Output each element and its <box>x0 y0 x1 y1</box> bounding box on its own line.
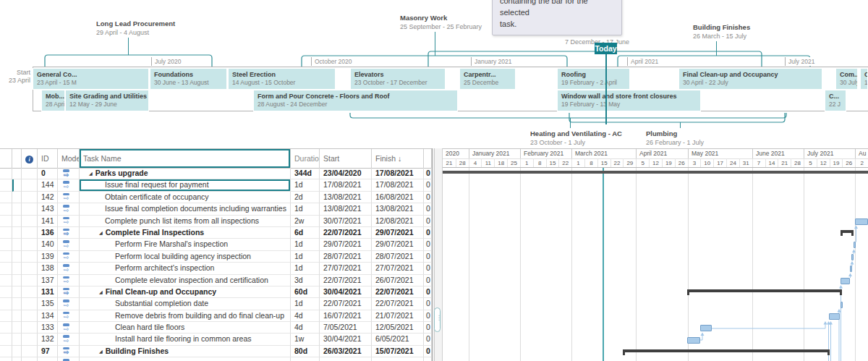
table-row[interactable]: 0⇨◢Parks upgrade344d23/04/202017/08/2021… <box>0 168 432 179</box>
cell-id[interactable] <box>38 357 58 361</box>
cell-dur[interactable]: 3d <box>291 275 320 286</box>
cell-task[interactable]: ◢Building Finishes <box>80 346 291 357</box>
column-header-a[interactable] <box>0 149 12 169</box>
column-header-finish[interactable]: Finish ↓ <box>372 149 424 169</box>
cell-extra[interactable]: 0 <box>424 216 432 227</box>
cell-info[interactable] <box>22 263 38 274</box>
cell-task[interactable]: Remove debris from building and do final… <box>80 310 291 322</box>
cell-start[interactable]: 13/08/2021 <box>320 203 372 215</box>
cell-mode[interactable]: ⇨ <box>58 322 80 334</box>
cell-dur[interactable]: 1d <box>291 239 320 250</box>
table-row[interactable]: ⇨ <box>0 357 432 361</box>
column-header-mode[interactable]: Mode <box>58 149 80 169</box>
timeline-task-bar[interactable]: Foundations30 June - 13 August <box>150 68 227 90</box>
timeline-task-bar[interactable]: Final Clean-up and Occupancy30 April - 2… <box>678 68 822 90</box>
gantt-bar-bar[interactable] <box>700 325 712 331</box>
cell-b[interactable] <box>12 310 22 322</box>
cell-mode[interactable]: ⇨ <box>58 227 80 239</box>
cell-info[interactable] <box>22 275 38 286</box>
cell-a[interactable] <box>0 216 12 227</box>
cell-a[interactable] <box>0 298 12 310</box>
cell-task[interactable]: Issue final completion documents includi… <box>80 203 291 215</box>
timeline-callout[interactable]: Heating and Ventilating - AC23 October -… <box>530 129 622 148</box>
cell-finish[interactable]: 12/08/2021 <box>372 216 424 227</box>
cell-finish[interactable]: 22/07/2021 <box>372 286 424 298</box>
cell-b[interactable] <box>12 192 22 203</box>
timeline-callout[interactable]: Building Finishes26 March - 15 July <box>693 22 750 41</box>
cell-dur[interactable]: 4d <box>291 322 320 334</box>
cell-start[interactable]: 28/07/2021 <box>320 251 372 263</box>
gantt-bar-bar[interactable] <box>841 302 843 308</box>
cell-start[interactable]: 7/05/2021 <box>320 322 372 334</box>
cell-a[interactable] <box>0 203 12 215</box>
cell-mode[interactable]: ⇨ <box>58 168 80 179</box>
cell-task[interactable]: Issue final request for payment <box>80 179 291 191</box>
table-row[interactable]: 141⇨Complete punch list items from all i… <box>0 216 432 227</box>
cell-finish[interactable] <box>372 357 424 361</box>
cell-dur[interactable]: 1d <box>291 298 320 310</box>
cell-b[interactable] <box>12 334 22 345</box>
cell-info[interactable] <box>22 179 38 191</box>
cell-task[interactable]: Substantial completion date <box>80 298 291 310</box>
cell-id[interactable]: 144 <box>38 179 58 191</box>
cell-start[interactable] <box>320 357 372 361</box>
cell-extra[interactable]: 0 <box>424 286 432 298</box>
cell-mode[interactable]: ⇨ <box>58 239 80 250</box>
cell-finish[interactable]: 27/07/2021 <box>372 263 424 274</box>
cell-a[interactable] <box>0 179 12 191</box>
cell-a[interactable] <box>0 239 12 250</box>
cell-task[interactable]: ◢Complete Final Inspections <box>80 227 291 239</box>
cell-info[interactable] <box>22 310 38 322</box>
cell-dur[interactable]: 1d <box>291 179 320 191</box>
timeline-callout[interactable]: Plumbing26 February - 1 July <box>646 129 704 148</box>
cell-a[interactable] <box>0 227 12 239</box>
table-row[interactable]: 139⇨Perform local building agency inspec… <box>0 251 432 263</box>
table-row[interactable]: 142⇨Obtain certificate of occupancy2d13/… <box>0 192 432 203</box>
cell-info[interactable] <box>22 298 38 310</box>
cell-id[interactable]: 138 <box>38 263 58 274</box>
cell-finish[interactable]: 29/07/2021 <box>372 239 424 250</box>
cell-id[interactable]: 133 <box>38 322 58 334</box>
gantt-summary-bar[interactable] <box>687 289 842 292</box>
cell-info[interactable] <box>22 216 38 227</box>
cell-a[interactable] <box>0 322 12 334</box>
cell-info[interactable] <box>22 334 38 345</box>
cell-b[interactable] <box>12 203 22 215</box>
column-header-id[interactable]: ID <box>38 149 58 169</box>
splitter[interactable] <box>432 148 443 361</box>
cell-b[interactable] <box>12 322 22 334</box>
cell-dur[interactable]: 1w <box>291 334 320 345</box>
cell-a[interactable] <box>0 168 12 179</box>
cell-b[interactable] <box>12 251 22 263</box>
cell-dur[interactable]: 2w <box>291 216 320 227</box>
timeline-callout[interactable]: Long Lead Procurement29 April - 4 August <box>96 19 175 38</box>
cell-finish[interactable]: 21/07/2021 <box>372 310 424 322</box>
cell-b[interactable] <box>12 179 22 191</box>
cell-extra[interactable]: 0 <box>424 322 432 334</box>
timeline-callout[interactable]: Masonry Work25 September - 25 February <box>400 13 482 32</box>
cell-id[interactable]: 134 <box>38 310 58 322</box>
cell-b[interactable] <box>12 168 22 179</box>
timeline-task-bar[interactable]: C...22 J <box>825 90 846 111</box>
cell-info[interactable] <box>22 322 38 334</box>
table-row[interactable]: 136⇨◢Complete Final Inspections6d22/07/2… <box>0 227 432 239</box>
cell-start[interactable]: 30/04/2021 <box>320 334 372 345</box>
gantt-project-bar[interactable] <box>443 171 868 174</box>
timeline-task-bar[interactable]: Com...30 July <box>835 68 858 90</box>
cell-extra[interactable]: 0 <box>424 346 432 357</box>
cell-id[interactable]: 0 <box>38 168 58 179</box>
gantt-bar-bar[interactable] <box>854 242 856 248</box>
cell-mode[interactable]: ⇨ <box>58 203 80 215</box>
table-row[interactable]: 133⇨Clean hard tile floors4d7/05/202112/… <box>0 322 432 334</box>
table-row[interactable]: 138⇨Perform architect's inspection1d27/0… <box>0 263 432 274</box>
cell-a[interactable] <box>0 346 12 357</box>
cell-task[interactable]: ◢Final Clean-up and Occupancy <box>80 286 291 298</box>
table-row[interactable]: 140⇨Perform Fire Marshal's inspection1d2… <box>0 239 432 250</box>
table-row[interactable]: 143⇨Issue final completion documents inc… <box>0 203 432 215</box>
collapse-triangle-icon[interactable]: ◢ <box>89 169 93 179</box>
cell-id[interactable]: 135 <box>38 298 58 310</box>
timeline-task-bar[interactable]: Roofing19 February - 2 April <box>557 68 630 90</box>
cell-mode[interactable]: ⇨ <box>58 216 80 227</box>
timeline-task-bar[interactable]: Form and Pour Concrete - Floors and Roof… <box>253 90 458 111</box>
cell-extra[interactable]: 0 <box>424 239 432 250</box>
